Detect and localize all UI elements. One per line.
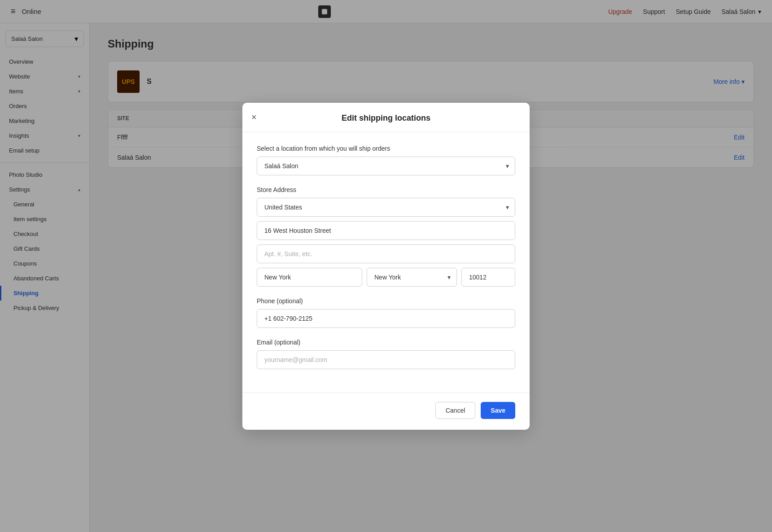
- state-select[interactable]: New York: [367, 268, 457, 287]
- close-button[interactable]: ×: [251, 113, 257, 122]
- city-input[interactable]: [257, 268, 362, 287]
- phone-input[interactable]: [257, 309, 515, 328]
- state-select-wrapper: New York: [367, 268, 457, 287]
- location-section: Select a location from which you will sh…: [257, 145, 515, 175]
- country-select[interactable]: United States: [257, 198, 515, 217]
- save-button[interactable]: Save: [481, 402, 515, 419]
- phone-label: Phone (optional): [257, 297, 515, 305]
- apt-input[interactable]: [257, 244, 515, 263]
- country-select-wrapper: United States: [257, 198, 515, 217]
- phone-section: Phone (optional): [257, 297, 515, 328]
- store-address-section: Store Address United States New: [257, 186, 515, 287]
- modal-body: Select a location from which you will sh…: [242, 132, 530, 392]
- select-location-label: Select a location from which you will sh…: [257, 145, 515, 152]
- location-select[interactable]: Salaá Salon: [257, 157, 515, 175]
- email-section: Email (optional): [257, 339, 515, 369]
- zip-input[interactable]: [461, 268, 515, 287]
- modal-title: Edit shipping locations: [342, 113, 430, 123]
- location-select-wrapper: Salaá Salon: [257, 157, 515, 175]
- modal-header: × Edit shipping locations: [242, 103, 530, 132]
- street-address-input[interactable]: [257, 221, 515, 240]
- email-label: Email (optional): [257, 339, 515, 346]
- store-address-label: Store Address: [257, 186, 515, 193]
- email-input[interactable]: [257, 350, 515, 369]
- modal-overlay[interactable]: × Edit shipping locations Select a locat…: [0, 0, 772, 532]
- city-state-zip-row: New York: [257, 268, 515, 287]
- modal-footer: Cancel Save: [242, 392, 530, 430]
- edit-shipping-modal: × Edit shipping locations Select a locat…: [242, 103, 530, 430]
- cancel-button[interactable]: Cancel: [435, 402, 476, 419]
